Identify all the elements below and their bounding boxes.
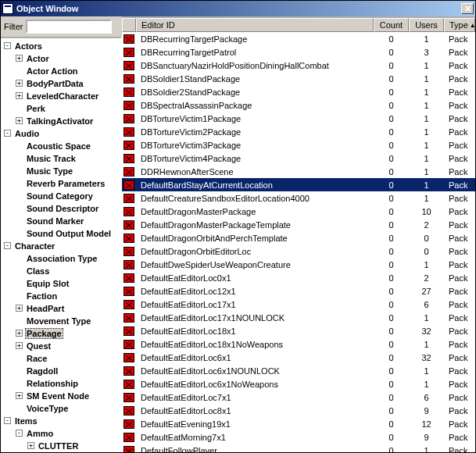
table-row[interactable]: DefaultDragonOrbitAndPerchTemplate00Pack — [122, 231, 475, 244]
tree-toggle-icon[interactable]: + — [16, 92, 23, 99]
tree-item[interactable]: Acoustic Space — [1, 140, 120, 152]
row-users: 1 — [409, 114, 444, 123]
table-row[interactable]: DefaultEatEditorLoc6x1NoWeapons01Pack — [122, 377, 475, 391]
tree-item[interactable]: Sound Category — [1, 190, 120, 202]
tree-toggle-icon[interactable]: + — [16, 55, 23, 62]
list-pane: Editor ID Count Users Type▲ DBRecurringT… — [122, 16, 475, 452]
table-row[interactable]: DBTortureVictim2Package01Pack — [122, 125, 475, 138]
table-row[interactable]: DBSpectralAssassinPackage01Pack — [122, 98, 475, 112]
tree-item[interactable]: -Ammo — [1, 427, 120, 440]
row-icon — [122, 419, 136, 429]
tree-toggle-icon[interactable]: + — [16, 117, 23, 124]
table-row[interactable]: DefaultCreatureSandboxEditorLocation4000… — [122, 191, 475, 205]
close-button[interactable]: ✕ — [461, 3, 474, 14]
table-row[interactable]: DefaultEatEditorLoc17x106Pack — [122, 298, 475, 311]
tree-toggle-icon[interactable]: + — [16, 392, 23, 399]
table-row[interactable]: DefaultEatEditorLoc8x109Pack — [122, 404, 475, 417]
row-editor-id: DefaultEatEditorLoc18x1NoWeapons — [136, 340, 374, 349]
table-row[interactable]: DefaultDragonMasterPackageTemplate02Pack — [122, 218, 475, 231]
tree-item[interactable]: VoiceType — [1, 402, 120, 415]
tree-pane[interactable]: -Actors+ActorActor Action+BodyPartData+L… — [1, 37, 122, 452]
tree-toggle-icon[interactable]: + — [16, 330, 23, 337]
tree-item[interactable]: +Quest — [1, 340, 120, 352]
table-row[interactable]: DefaultEatEditorLoc0x102Pack — [122, 271, 475, 284]
tree-label: Sound Output Model — [26, 229, 112, 238]
tree-item[interactable]: Ragdoll — [1, 365, 120, 377]
table-row[interactable]: DefaultEatEditorLoc18x1NoWeapons01Pack — [122, 337, 475, 351]
table-row[interactable]: DefaultEatEditorLoc6x1032Pack — [122, 351, 475, 364]
table-row[interactable]: DBSoldier2StandPackage01Pack — [122, 85, 475, 98]
tree-item[interactable]: Sound Marker — [1, 215, 120, 227]
table-row[interactable]: DefaultDweSpiderUseWeaponCreature01Pack — [122, 258, 475, 271]
tree-item[interactable]: +HeadPart — [1, 302, 120, 315]
row-icon — [122, 167, 136, 177]
table-row[interactable]: DefaultEatEditorLoc6x1NOUNLOCK01Pack — [122, 364, 475, 377]
tree-item[interactable]: +Actor — [1, 52, 120, 65]
tree-item[interactable]: +BodyPartData — [1, 77, 120, 90]
tree-item[interactable]: -Character — [1, 240, 120, 252]
tree-toggle-icon[interactable]: - — [4, 130, 11, 137]
tree-item[interactable]: Equip Slot — [1, 277, 120, 290]
tree-label: Ragdoll — [26, 366, 59, 376]
tree-item[interactable]: Music Type — [1, 165, 120, 177]
table-row[interactable]: DBTortureVictim4Package01Pack — [122, 152, 475, 165]
table-row[interactable]: DefaultEatMorning7x109Pack — [122, 430, 475, 444]
col-type[interactable]: Type▲ — [444, 18, 475, 32]
tree-toggle-icon[interactable]: - — [4, 42, 11, 49]
table-row[interactable]: DBSoldier1StandPackage01Pack — [122, 72, 475, 85]
tree-item[interactable]: Sound Output Model — [1, 227, 120, 240]
col-count[interactable]: Count — [374, 18, 409, 32]
tree-item[interactable]: Music Track — [1, 152, 120, 165]
tree-toggle-icon[interactable]: - — [4, 417, 11, 424]
row-count: 0 — [374, 419, 409, 429]
tree-item[interactable]: Faction — [1, 290, 120, 302]
table-row[interactable]: DefaultBardStayAtCurrentLocation01Pack — [122, 178, 475, 191]
table-row[interactable]: DBRecurringTargetPatrol03Pack — [122, 45, 475, 59]
table-row[interactable]: DefaultDragonOrbitEditorLoc00Pack — [122, 244, 475, 258]
tree-item[interactable]: Movement Type — [1, 315, 120, 327]
tree-item[interactable]: Reverb Parameters — [1, 177, 120, 190]
tree-item[interactable]: Relationship — [1, 377, 120, 390]
tree-toggle-icon[interactable]: - — [16, 430, 23, 437]
row-type: Pack — [444, 300, 475, 309]
tree-item[interactable]: -Actors — [1, 40, 120, 52]
row-icon — [122, 406, 136, 416]
table-row[interactable]: DBSanctuaryNazirHoldPositionDiningHallCo… — [122, 59, 475, 72]
tree-toggle-icon[interactable]: + — [16, 305, 23, 312]
tree-item[interactable]: +TalkingActivator — [1, 115, 120, 127]
tree-item[interactable]: Perk — [1, 102, 120, 115]
table-row[interactable]: DefaultEatEditorLoc18x1032Pack — [122, 324, 475, 337]
tree-toggle-icon[interactable]: - — [4, 242, 11, 249]
tree-item[interactable]: Race — [1, 352, 120, 365]
tree-item[interactable]: Actor Action — [1, 65, 120, 77]
col-users[interactable]: Users — [409, 18, 444, 32]
tree-item[interactable]: -Audio — [1, 127, 120, 140]
tree-item[interactable]: -Items — [1, 415, 120, 427]
table-row[interactable]: DBRecurringTargetPackage01Pack — [122, 32, 475, 45]
table-row[interactable]: DefaultEatEditorLoc7x106Pack — [122, 391, 475, 404]
tree-item[interactable]: +SM Event Node — [1, 390, 120, 402]
list-body[interactable]: DBRecurringTargetPackage01PackDBRecurrin… — [122, 32, 475, 452]
row-type: Pack — [444, 260, 475, 269]
deleted-marker-icon — [123, 273, 134, 283]
table-row[interactable]: DBTortureVictim1Package01Pack — [122, 112, 475, 125]
tree-item[interactable]: +CLUTTER — [1, 440, 120, 452]
table-row[interactable]: DefaultEatEditorLoc17x1NOUNLOCK01Pack — [122, 311, 475, 324]
table-row[interactable]: DefaultFollowPlayer01Pack — [122, 444, 475, 452]
tree-item[interactable]: Class — [1, 265, 120, 277]
table-row[interactable]: DBTortureVictim3Package01Pack — [122, 138, 475, 152]
tree-item[interactable]: +LeveledCharacter — [1, 90, 120, 102]
tree-toggle-icon[interactable]: + — [27, 442, 34, 449]
tree-item[interactable]: Sound Descriptor — [1, 202, 120, 215]
tree-item[interactable]: Association Type — [1, 252, 120, 265]
tree-item[interactable]: +Package — [1, 327, 120, 340]
col-editor-id[interactable]: Editor ID — [136, 18, 374, 32]
col-icon[interactable] — [122, 18, 136, 32]
table-row[interactable]: DefaultDragonMasterPackage010Pack — [122, 205, 475, 218]
table-row[interactable]: DefaultEatEvening19x1012Pack — [122, 417, 475, 430]
tree-toggle-icon[interactable]: + — [16, 80, 23, 87]
table-row[interactable]: DDRHewnonAfterScene01Pack — [122, 165, 475, 178]
filter-input[interactable] — [26, 20, 112, 34]
tree-toggle-icon[interactable]: + — [16, 342, 23, 349]
table-row[interactable]: DefaultEatEditorLoc12x1027Pack — [122, 284, 475, 298]
